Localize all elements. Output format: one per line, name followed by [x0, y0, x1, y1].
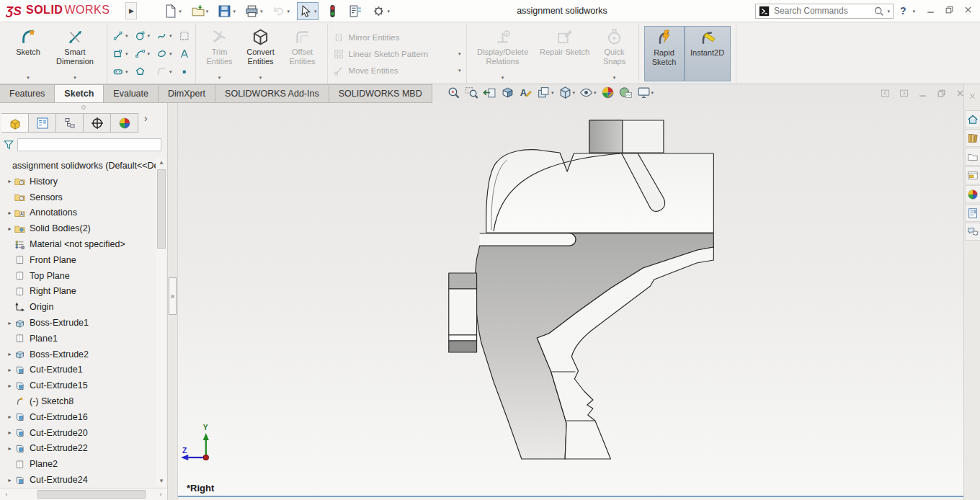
- panel-splitter[interactable]: [168, 103, 178, 500]
- splitter-handle[interactable]: [169, 277, 177, 315]
- help-caret-icon[interactable]: ▾: [912, 9, 915, 14]
- linear-sketch-pattern[interactable]: Linear Sketch Pattern ▾: [333, 48, 461, 60]
- ribbon-tab[interactable]: SOLIDWORKS MBD: [329, 84, 432, 103]
- tree-root-item[interactable]: assignment solidworks (Default<<De: [0, 158, 156, 174]
- polygon[interactable]: [135, 66, 151, 78]
- dropdown-caret-icon[interactable]: ▾: [169, 69, 172, 74]
- dropdown-caret-icon[interactable]: ▾: [206, 9, 209, 14]
- panel-collapse-dot[interactable]: [81, 105, 86, 110]
- new-document[interactable]: ▾: [161, 2, 184, 20]
- rebuild-traffic-light[interactable]: [324, 2, 342, 20]
- annotation-views[interactable]: A: [519, 86, 533, 99]
- dropdown-caret-icon[interactable]: ▾: [125, 33, 128, 38]
- tree-item[interactable]: ▸ Cut-Extrude22: [0, 441, 156, 457]
- propertymanager[interactable]: [29, 113, 56, 133]
- expand-arrow-icon[interactable]: ▸: [5, 351, 14, 357]
- centerpoint-arc[interactable]: ▾: [135, 48, 151, 60]
- search-input[interactable]: [772, 5, 870, 17]
- section-view[interactable]: [501, 86, 514, 99]
- repair-sketch[interactable]: Repair Sketch: [534, 26, 596, 81]
- dropdown-caret-icon[interactable]: ▾: [148, 33, 151, 38]
- apply-scene[interactable]: [619, 86, 633, 99]
- previous-view[interactable]: [483, 86, 496, 99]
- ell ipse[interactable]: ▾: [156, 48, 172, 60]
- scroll-up-icon[interactable]: ▲: [156, 158, 166, 168]
- scroll-left-icon[interactable]: ‹: [1, 489, 12, 500]
- scroll-right-icon[interactable]: ›: [156, 489, 166, 500]
- tree-item[interactable]: ▸ Cut-Extrude20: [0, 425, 156, 441]
- tree-item[interactable]: Origin: [0, 299, 156, 315]
- tree-item[interactable]: ▸ Cut-Extrude15: [0, 378, 156, 393]
- tree-item[interactable]: ▸ Boss-Extrude1: [0, 315, 156, 331]
- ribbon-tab[interactable]: Features: [0, 84, 55, 103]
- dropdown-caret-icon[interactable]: ▾: [458, 51, 461, 56]
- display-delete-relations[interactable]: Display/Delete Relations ▾: [472, 26, 534, 81]
- expand-arrow-icon[interactable]: ▸: [5, 178, 14, 184]
- displaymanager[interactable]: [111, 113, 138, 133]
- dropdown-caret-icon[interactable]: ▾: [314, 9, 317, 14]
- dropdown-caret-icon[interactable]: ▾: [74, 73, 76, 80]
- open-document[interactable]: ▾: [189, 2, 211, 20]
- dropdown-caret-icon[interactable]: ▾: [502, 73, 504, 80]
- dropdown-caret-icon[interactable]: ▾: [260, 9, 263, 14]
- dropdown-caret-icon[interactable]: ▾: [148, 51, 151, 56]
- expand-arrow-icon[interactable]: ▸: [5, 320, 14, 326]
- expand-arrow-icon[interactable]: ▸: [5, 367, 14, 373]
- dropdown-caret-icon[interactable]: ▾: [573, 90, 576, 95]
- tree-item[interactable]: Top Plane: [0, 268, 156, 284]
- file-explorer[interactable]: [965, 148, 980, 166]
- expand-arrow-icon[interactable]: ▸: [5, 445, 14, 452]
- design-library[interactable]: [965, 129, 980, 147]
- expand-arrow-icon[interactable]: ▸: [5, 429, 14, 436]
- sketch[interactable]: Sketch ▾: [8, 26, 48, 81]
- print[interactable]: ▾: [243, 2, 265, 20]
- smart-dimension[interactable]: Smart Dimension ▾: [48, 26, 102, 81]
- dropdown-caret-icon[interactable]: ▾: [179, 9, 182, 14]
- tree-vertical-scrollbar[interactable]: ▲ ▼: [156, 158, 166, 486]
- dropdown-caret-icon[interactable]: ▾: [551, 90, 554, 95]
- part-model-3d[interactable]: Z Y: [178, 103, 980, 496]
- dropdown-caret-icon[interactable]: ▾: [613, 73, 616, 80]
- dropdown-caret-icon[interactable]: ▾: [125, 51, 128, 56]
- dropdown-caret-icon[interactable]: ▾: [594, 90, 597, 95]
- corner-rectangle[interactable]: ▾: [112, 48, 128, 60]
- selection-box[interactable]: [179, 30, 190, 42]
- tree-item[interactable]: Front Plane: [0, 252, 156, 268]
- expand-arrow-icon[interactable]: ▸: [5, 210, 14, 216]
- view-palette[interactable]: [965, 166, 980, 184]
- tree-item[interactable]: Plane2: [0, 456, 156, 472]
- dropdown-caret-icon[interactable]: ▾: [458, 68, 461, 73]
- line[interactable]: ▾: [112, 30, 128, 42]
- dropdown-caret-icon[interactable]: ▾: [651, 90, 654, 95]
- select[interactable]: ▾: [297, 2, 319, 20]
- dimxpertmanager[interactable]: [84, 113, 111, 133]
- spline[interactable]: ▾: [156, 30, 172, 42]
- minimize-document[interactable]: [918, 88, 927, 101]
- view-settings[interactable]: ▾: [637, 86, 654, 99]
- rapid-sketch[interactable]: Rapid Sketch: [644, 26, 685, 81]
- move-entities[interactable]: Move Entities ▾: [333, 65, 461, 76]
- view-orientation[interactable]: ▾: [537, 86, 554, 99]
- tree-horizontal-scrollbar[interactable]: ‹ ›: [0, 488, 167, 500]
- search-icon[interactable]: [873, 6, 884, 17]
- pane-previous[interactable]: [881, 88, 890, 101]
- dropdown-caret-icon[interactable]: ▾: [169, 33, 172, 38]
- dropdown-caret-icon[interactable]: ▾: [233, 9, 236, 14]
- expand-arrow-icon[interactable]: ▸: [5, 226, 14, 232]
- ribbon-tab[interactable]: DimXpert: [159, 84, 215, 103]
- tree-item[interactable]: ▸ Cut-Extrude1: [0, 362, 156, 378]
- expand-arrow-icon[interactable]: ▸: [5, 383, 14, 389]
- pane-next[interactable]: [899, 88, 909, 101]
- sketch-fillet[interactable]: ▾: [156, 66, 172, 78]
- home[interactable]: [965, 110, 980, 128]
- restore-document[interactable]: [937, 88, 946, 101]
- dropdown-caret-icon[interactable]: ▾: [387, 9, 390, 14]
- dropdown-caret-icon[interactable]: ▾: [287, 9, 290, 14]
- appearances-scenes[interactable]: [965, 185, 980, 203]
- straight-slot[interactable]: ▾: [112, 66, 128, 78]
- zoom-to-fit[interactable]: [447, 86, 460, 99]
- trim-entities[interactable]: Trim Entities ▾: [201, 26, 239, 81]
- tree-item[interactable]: ▸ Cut-Extrude24: [0, 472, 156, 487]
- restore[interactable]: [945, 4, 954, 17]
- tree-item[interactable]: Right Plane: [0, 284, 156, 300]
